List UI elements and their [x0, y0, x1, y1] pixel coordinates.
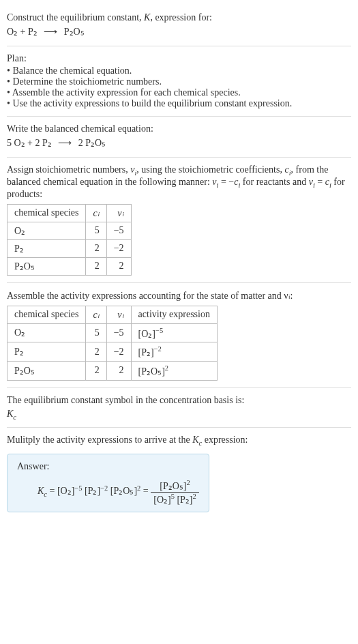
ans-k: K: [38, 486, 44, 497]
plan-item: • Use the activity expressions to build …: [7, 98, 351, 109]
ans-frac-den: [O₂]5 [P₂]2: [151, 493, 199, 506]
plan-item: • Balance the chemical equation.: [7, 65, 351, 76]
intro-text-suffix: , expression for:: [150, 12, 212, 23]
table-row: O₂ 5 −5 [O₂]−5: [8, 323, 218, 342]
cell-species: O₂: [8, 323, 86, 342]
cell-species: P₂O₅: [8, 257, 86, 275]
cell-nui: −2: [106, 239, 131, 257]
ans-eq: =: [47, 486, 57, 497]
kc-symbol: Kc: [7, 409, 351, 421]
balanced-eq-rhs: 2 P₂O₅: [78, 138, 106, 148]
col-ci: cᵢ: [86, 306, 106, 323]
act-exp: −2: [154, 345, 162, 353]
multiply-text: Mulitply the activity expressions to arr…: [7, 435, 192, 445]
activity-section: Assemble the activity expressions accoun…: [7, 283, 351, 388]
arrow-icon: ⟶: [58, 138, 72, 148]
cell-nui: 2: [106, 257, 131, 275]
col-species: chemical species: [8, 306, 86, 323]
cell-nui: −5: [106, 222, 131, 239]
answer-box: Answer: Kc = [O₂]−5 [P₂]−2 [P₂O₅]2 = [P₂…: [7, 454, 209, 512]
table-row: O₂ 5 −5: [8, 222, 132, 239]
cell-nui: −5: [106, 323, 131, 342]
cell-ci: 2: [86, 239, 106, 257]
ans-t2-base: [P₂]: [85, 486, 100, 497]
act-exp: 2: [165, 364, 168, 372]
cell-species: P₂: [8, 239, 86, 257]
intro-equation: O₂ + P₂ ⟶ P₂O₅: [7, 26, 351, 38]
multiply-text: expression:: [202, 435, 248, 445]
col-activity: activity expression: [131, 306, 217, 323]
balanced-equation: 5 O₂ + 2 P₂ ⟶ 2 P₂O₅: [7, 137, 351, 149]
ans-t1-base: [O₂]: [57, 486, 74, 497]
table-row: P₂ 2 −2: [8, 239, 132, 257]
cell-species: O₂: [8, 222, 86, 239]
act-base: [P₂]: [138, 347, 154, 357]
table-row: P₂ 2 −2 [P₂]−2: [8, 342, 218, 362]
cell-activity: [O₂]−5: [131, 323, 217, 342]
cell-nui: 2: [106, 361, 131, 380]
cell-ci: 5: [86, 222, 106, 239]
cell-ci: 2: [86, 342, 106, 362]
ans-num-exp: 2: [186, 479, 190, 486]
stoich-text: Assign stoichiometric numbers,: [7, 164, 130, 175]
ans-num-base: [P₂O₅]: [160, 481, 186, 491]
balanced-section: Write the balanced chemical equation: 5 …: [7, 117, 351, 158]
answer-expression: Kc = [O₂]−5 [P₂]−2 [P₂O₅]2 = [P₂O₅]2[O₂]…: [17, 479, 199, 505]
act-base: [P₂O₅]: [138, 366, 165, 377]
stoich-section: Assign stoichiometric numbers, νi, using…: [7, 158, 351, 283]
plan-section: Plan: • Balance the chemical equation. •…: [7, 46, 351, 117]
intro-prompt: Construct the equilibrium constant, K, e…: [7, 12, 351, 23]
cell-ci: 2: [86, 257, 106, 275]
ans-eq2: =: [140, 486, 151, 497]
intro-text-prefix: Construct the equilibrium constant,: [7, 12, 144, 23]
act-exp: −5: [155, 327, 163, 334]
table-header-row: chemical species cᵢ νᵢ activity expressi…: [8, 306, 218, 323]
ans-den2-exp: 2: [193, 493, 196, 500]
multiply-section: Mulitply the activity expressions to arr…: [7, 428, 351, 519]
activity-table: chemical species cᵢ νᵢ activity expressi…: [7, 306, 218, 381]
intro-eq-rhs: P₂O₅: [64, 27, 85, 37]
table-row: P₂O₅ 2 2: [8, 257, 132, 275]
plan-item: • Determine the stoichiometric numbers.: [7, 76, 351, 87]
ans-t2-exp: −2: [100, 484, 108, 492]
kc-c: c: [13, 413, 16, 420]
cell-activity: [P₂]−2: [131, 342, 217, 362]
cell-ci: 5: [86, 323, 106, 342]
multiply-k: K: [192, 435, 198, 445]
ans-den1-exp: 5: [171, 493, 175, 500]
table-header-row: chemical species cᵢ νᵢ: [8, 204, 132, 222]
ans-t3-base: [P₂O₅]: [110, 486, 137, 497]
stoich-text: = −: [218, 177, 234, 187]
cell-activity: [P₂O₅]2: [131, 361, 217, 380]
cell-species: P₂: [8, 342, 86, 362]
ans-t1-exp: −5: [74, 484, 82, 492]
kc-symbol-desc: The equilibrium constant symbol in the c…: [7, 395, 351, 406]
col-species: chemical species: [8, 204, 86, 222]
kc-symbol-section: The equilibrium constant symbol in the c…: [7, 388, 351, 428]
ans-den2-base: [P₂]: [177, 494, 192, 504]
plan-title: Plan:: [7, 53, 351, 64]
intro-k: K: [144, 12, 150, 23]
balanced-title: Write the balanced chemical equation:: [7, 123, 351, 134]
kc-k: K: [7, 409, 13, 419]
cell-ci: 2: [86, 361, 106, 380]
answer-label: Answer:: [17, 461, 199, 472]
arrow-icon: ⟶: [44, 27, 57, 37]
balanced-eq-lhs: 5 O₂ + 2 P₂: [7, 138, 52, 148]
stoich-table: chemical species cᵢ νᵢ O₂ 5 −5 P₂ 2 −2 P…: [7, 204, 132, 276]
plan-item: • Assemble the activity expression for e…: [7, 87, 351, 98]
table-row: P₂O₅ 2 2 [P₂O₅]2: [8, 361, 218, 380]
act-base: [O₂]: [138, 328, 155, 338]
stoich-text: =: [315, 177, 325, 187]
col-ci: cᵢ: [86, 204, 106, 222]
stoich-desc: Assign stoichiometric numbers, νi, using…: [7, 164, 351, 200]
ans-frac-num: [P₂O₅]2: [151, 479, 199, 493]
col-nui: νᵢ: [106, 204, 131, 222]
stoich-text: for reactants and: [240, 177, 308, 187]
intro-eq-lhs: O₂ + P₂: [7, 27, 38, 37]
stoich-text: , using the stoichiometric coefficients,: [136, 164, 284, 175]
ans-fraction: [P₂O₅]2[O₂]5 [P₂]2: [151, 479, 199, 505]
intro-section: Construct the equilibrium constant, K, e…: [7, 5, 351, 46]
multiply-desc: Mulitply the activity expressions to arr…: [7, 435, 351, 447]
col-nui: νᵢ: [106, 306, 131, 323]
